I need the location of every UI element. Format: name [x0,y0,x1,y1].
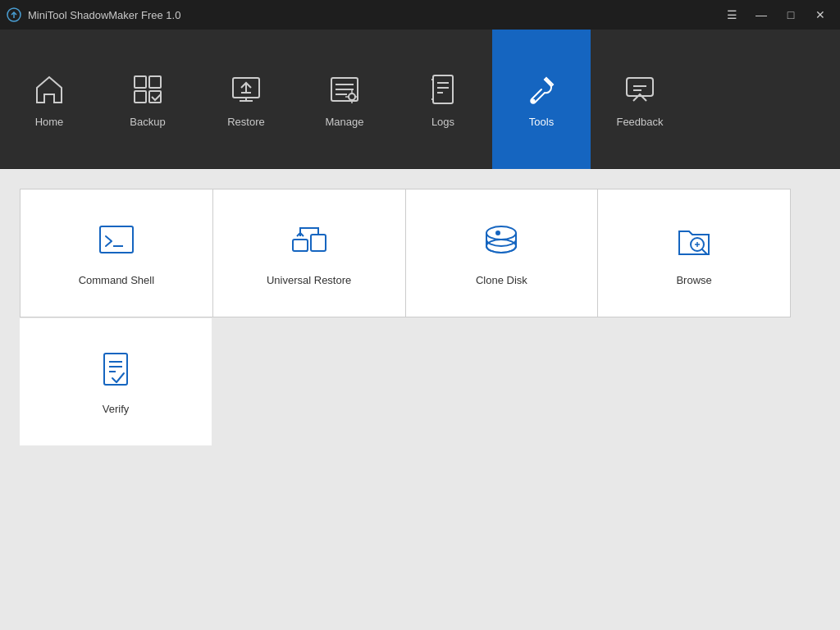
title-bar: MiniTool ShadowMaker Free 1.0 ☰ — □ ✕ [0,0,840,30]
svg-rect-8 [433,75,453,103]
minimize-button[interactable]: — [748,4,774,25]
command-shell-icon [95,220,138,262]
nav-backup[interactable]: Backup [98,30,197,169]
logs-icon [425,71,461,107]
app-icon [7,7,21,22]
browse-label: Browse [676,274,711,286]
nav-manage[interactable]: Manage [295,30,394,169]
main-content: Command Shell Universal Restore [0,169,840,630]
empty-cell-3 [599,318,791,445]
svg-rect-11 [100,226,133,253]
backup-icon [130,71,166,107]
nav-home[interactable]: Home [0,30,98,169]
universal-restore-icon [288,220,331,262]
tool-universal-restore[interactable]: Universal Restore [213,189,405,317]
feedback-icon [622,71,658,107]
verify-label: Verify [103,403,130,415]
home-icon [31,71,67,107]
svg-rect-18 [104,354,127,385]
nav-tools[interactable]: Tools [492,30,591,169]
navbar: Home Backup Restore [0,30,840,169]
tools-grid: Command Shell Universal Restore [20,189,791,317]
app-title: MiniTool ShadowMaker Free 1.0 [28,9,180,21]
tool-browse[interactable]: Browse [598,189,790,317]
svg-rect-12 [293,240,308,251]
svg-rect-13 [311,235,326,251]
title-controls: ☰ — □ ✕ [719,4,833,25]
nav-logs[interactable]: Logs [394,30,492,169]
verify-icon [94,349,137,391]
close-button[interactable]: ✕ [807,4,833,25]
nav-logs-label: Logs [431,116,454,128]
nav-manage-label: Manage [326,116,364,128]
nav-restore[interactable]: Restore [197,30,295,169]
clone-disk-label: Clone Disk [476,274,527,286]
manage-icon [326,71,363,107]
nav-feedback[interactable]: Feedback [591,30,689,169]
nav-home-label: Home [35,116,64,128]
nav-restore-label: Restore [227,116,265,128]
svg-point-14 [486,226,516,240]
universal-restore-label: Universal Restore [267,274,351,286]
svg-rect-1 [135,76,146,88]
svg-point-7 [349,94,355,100]
nav-tools-label: Tools [529,116,554,128]
tools-icon [523,71,559,107]
empty-cell-1 [212,318,404,445]
command-shell-label: Command Shell [79,274,155,286]
clone-disk-icon [480,220,523,262]
tool-verify[interactable]: Verify [20,318,212,445]
svg-point-16 [496,231,500,235]
browse-icon [673,220,715,262]
tool-clone-disk[interactable]: Clone Disk [406,189,598,317]
nav-backup-label: Backup [130,116,165,128]
svg-point-9 [532,99,535,102]
svg-rect-3 [135,91,146,103]
menu-button[interactable]: ☰ [719,4,745,25]
title-left: MiniTool ShadowMaker Free 1.0 [7,7,180,22]
svg-rect-2 [149,76,161,88]
restore-icon [228,71,264,107]
nav-feedback-label: Feedback [616,116,663,128]
maximize-button[interactable]: □ [778,4,804,25]
empty-cell-2 [406,318,598,445]
tools-grid-row2: Verify [20,318,791,445]
tool-command-shell[interactable]: Command Shell [21,189,212,317]
